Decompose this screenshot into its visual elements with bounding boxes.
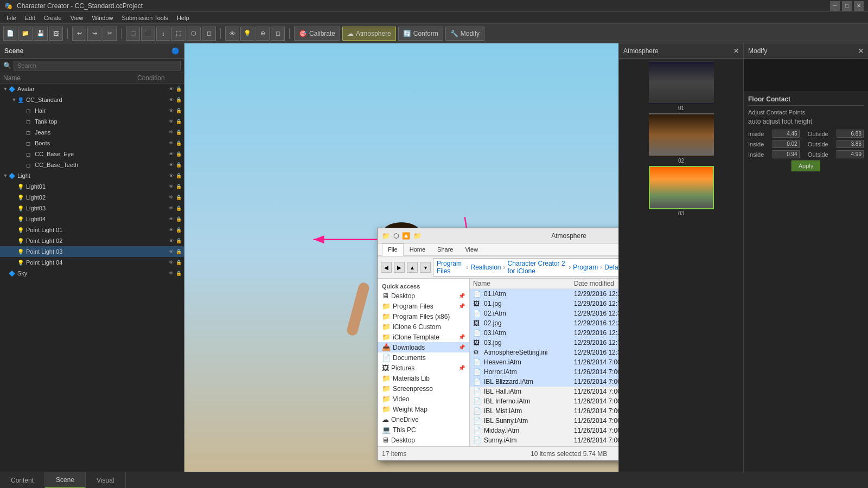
nav-item-this_pc[interactable]: 💻 This PC — [378, 425, 469, 435]
perspective-btn[interactable]: ⊕ — [256, 27, 270, 41]
nav-item-program_files[interactable]: 📁 Program Files 📌 — [378, 301, 469, 311]
vis-icon[interactable]: 👁 — [168, 118, 174, 125]
nav-item-downloads[interactable]: 📥 Downloads 📌 — [378, 342, 469, 352]
prop-input-outside-1[interactable] — [837, 140, 864, 148]
recent-btn[interactable]: ▾ — [420, 262, 431, 273]
nav-item-iclone_6_custom[interactable]: 📁 iClone 6 Custom — [378, 322, 469, 332]
file-row-13[interactable]: 📄 IBL Sunny.iAtm 11/26/2014 7:00 PM iClo… — [470, 416, 618, 426]
lock-icon[interactable]: 🔒 — [175, 151, 182, 157]
lock-icon[interactable]: 🔒 — [175, 172, 182, 179]
vis-icon[interactable]: 👁 — [168, 216, 174, 222]
menu-submission-tools[interactable]: Submission Tools — [118, 14, 173, 22]
atmosphere-btn[interactable]: ☁ Atmosphere — [342, 27, 396, 41]
tree-item-light04[interactable]: 💡 Light04 👁 🔒 — [0, 214, 184, 224]
ribbon-tab-file[interactable]: File — [382, 243, 404, 256]
vis-icon[interactable]: 👁 — [168, 194, 174, 201]
tree-item-cc_base_eye[interactable]: ◻ CC_Base_Eye 👁 🔒 — [0, 149, 184, 159]
vis-icon[interactable]: 👁 — [168, 259, 174, 266]
path-segment-4[interactable]: Default — [604, 264, 618, 271]
close-btn[interactable]: ✕ — [854, 1, 864, 11]
undo-btn[interactable]: ↩ — [72, 27, 86, 41]
select-btn[interactable]: ✂ — [103, 27, 117, 41]
path-segment-3[interactable]: Program — [573, 264, 598, 271]
ribbon-tab-home[interactable]: Home — [404, 243, 431, 255]
nav-item-desktop[interactable]: 🖥 Desktop — [378, 435, 469, 445]
tree-item-cc_base_teeth[interactable]: ◻ CC_Base_Teeth 👁 🔒 — [0, 159, 184, 170]
nav-item-onedrive[interactable]: ☁ OneDrive — [378, 414, 469, 425]
tree-item-light[interactable]: ▼ 🔷 Light 👁 🔒 — [0, 170, 184, 181]
bottom-tab-content[interactable]: Content — [0, 472, 45, 489]
vis-icon[interactable]: 👁 — [168, 107, 174, 114]
lock-icon[interactable]: 🔒 — [175, 205, 182, 211]
vis-icon[interactable]: 👁 — [168, 86, 174, 92]
nav-item-iclone_template[interactable]: 📁 iClone Template 📌 — [378, 332, 469, 342]
tree-item-jeans[interactable]: ◻ Jeans 👁 🔒 — [0, 127, 184, 138]
scene-close-icon[interactable]: 🔵 — [171, 47, 180, 55]
back-btn[interactable]: ◀ — [381, 262, 392, 273]
modify-toolbar-btn[interactable]: 🔧 Modify — [445, 27, 484, 41]
file-row-1[interactable]: 🖼 01.jpg 12/29/2016 12:33 ... JPG File 1… — [470, 299, 618, 309]
prop-input-inside-1[interactable] — [773, 140, 800, 148]
file-row-12[interactable]: 📄 IBL Mist.iAtm 11/26/2014 7:00 PM iClon… — [470, 406, 618, 416]
open-btn[interactable]: 📁 — [18, 27, 33, 41]
snap-btn[interactable]: ⬡ — [187, 27, 201, 41]
file-row-2[interactable]: 📄 02.iAtm 12/29/2016 12:33 ... iClone En… — [470, 309, 618, 318]
vis-icon[interactable]: 👁 — [168, 129, 174, 136]
file-row-15[interactable]: 📄 Sunny.iAtm 11/26/2014 7:00 PM iClone E… — [470, 435, 618, 445]
nav-item-weight_map[interactable]: 📁 Weight Map — [378, 404, 469, 414]
lock-icon[interactable]: 🔒 — [175, 97, 182, 103]
rotate-btn[interactable]: ⬛ — [141, 27, 155, 41]
bottom-tab-visual[interactable]: Visual — [86, 472, 125, 489]
menu-edit[interactable]: Edit — [21, 14, 40, 22]
vis-icon[interactable]: 👁 — [168, 140, 174, 146]
tree-item-cc_standard[interactable]: ▼ 👤 CC_Standard 👁 🔒 — [0, 94, 184, 105]
lock-icon[interactable]: 🔒 — [175, 107, 182, 114]
file-row-5[interactable]: 🖼 03.jpg 12/29/2016 12:33 ... JPG File 2… — [470, 338, 618, 348]
nav-item-video[interactable]: 📁 Video — [378, 394, 469, 404]
nav-item-pictures[interactable]: 🖼 Pictures 📌 — [378, 363, 469, 373]
menu-help[interactable]: Help — [173, 14, 194, 22]
tree-item-pointlight01[interactable]: 💡 Point Light 01 👁 🔒 — [0, 224, 184, 235]
vis-icon[interactable]: 👁 — [168, 97, 174, 103]
grid-btn[interactable]: ◻ — [202, 27, 216, 41]
camera-btn[interactable]: 👁 — [225, 27, 239, 41]
atm-thumb-item-02[interactable]: 02 — [621, 113, 741, 164]
menu-file[interactable]: File — [2, 14, 21, 22]
nav-item-documents[interactable]: 📄 Documents — [378, 352, 469, 363]
file-row-8[interactable]: 📄 Horror.iAtm 11/26/2014 7:00 PM iClone … — [470, 367, 618, 377]
save-btn[interactable]: 💾 — [34, 27, 48, 41]
menu-view[interactable]: View — [66, 14, 88, 22]
file-row-7[interactable]: 📄 Heaven.iAtm 11/26/2014 7:00 PM iClone … — [470, 357, 618, 367]
nav-item-desktop[interactable]: 🖥 Desktop 📌 — [378, 291, 469, 301]
nav-item-materials_lib[interactable]: 📁 Materials Lib — [378, 373, 469, 383]
forward-btn[interactable]: ▶ — [394, 262, 405, 273]
vis-icon[interactable]: 👁 — [168, 183, 174, 190]
prop-input-inside-0[interactable] — [773, 130, 800, 138]
lock-icon[interactable]: 🔒 — [175, 118, 182, 125]
path-segment-2[interactable]: Character Creator 2 for iClone — [508, 260, 567, 275]
tree-item-boots[interactable]: ◻ Boots 👁 🔒 — [0, 138, 184, 149]
vis-icon[interactable]: 👁 — [168, 151, 174, 157]
move-btn[interactable]: ⬚ — [126, 27, 140, 41]
light-btn[interactable]: 💡 — [240, 27, 254, 41]
search-input[interactable] — [14, 61, 181, 70]
vis-icon[interactable]: 👁 — [168, 248, 174, 255]
modify-close-btn[interactable]: ✕ — [858, 47, 864, 55]
tree-item-avatar[interactable]: ▼ 🔷 Avatar 👁 🔒 — [0, 84, 184, 94]
lock-icon[interactable]: 🔒 — [175, 237, 182, 244]
lock-icon[interactable]: 🔒 — [175, 183, 182, 190]
address-path[interactable]: Program Files › Reallusion › Character C… — [433, 258, 618, 277]
new-btn[interactable]: 📄 — [3, 27, 17, 41]
render-btn[interactable]: 🖼 — [49, 27, 63, 41]
file-row-14[interactable]: 📄 Midday.iAtm 11/26/2014 7:00 PM iClone … — [470, 426, 618, 435]
up-btn[interactable]: ▲ — [407, 262, 418, 273]
calibrate-btn[interactable]: 🎯 Calibrate — [294, 27, 340, 41]
tree-item-pointlight03[interactable]: 💡 Point Light 03 👁 🔒 — [0, 246, 184, 257]
prop-input-outside-2[interactable] — [837, 150, 864, 158]
lock-icon[interactable]: 🔒 — [175, 227, 182, 233]
conform-btn[interactable]: 🔄 Conform — [398, 27, 443, 41]
redo-btn[interactable]: ↪ — [87, 27, 101, 41]
lock-icon[interactable]: 🔒 — [175, 259, 182, 266]
file-row-10[interactable]: 📄 IBL Hall.iAtm 11/26/2014 7:00 PM iClon… — [470, 387, 618, 396]
atm-thumb-03[interactable] — [649, 166, 714, 209]
